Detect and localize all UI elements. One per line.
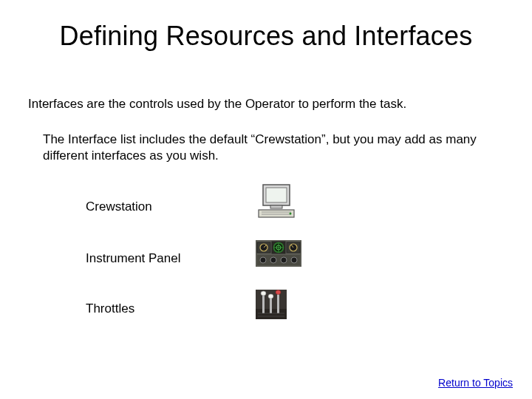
svg-point-29 <box>268 294 273 299</box>
interface-label-instrument-panel: Instrument Panel <box>86 251 181 266</box>
svg-rect-2 <box>270 205 282 208</box>
svg-rect-28 <box>270 297 272 313</box>
svg-rect-30 <box>277 293 279 313</box>
svg-rect-26 <box>262 294 265 313</box>
svg-rect-1 <box>266 188 287 202</box>
page-title: Defining Resources and Interfaces <box>0 21 532 52</box>
throttles-icon <box>256 290 287 322</box>
svg-point-21 <box>270 257 276 263</box>
svg-point-22 <box>281 257 287 263</box>
intro-text: Interfaces are the controls used by the … <box>28 96 501 112</box>
svg-rect-3 <box>259 210 294 217</box>
instrument-panel-icon <box>256 240 301 270</box>
description-text: The Interface list includes the default … <box>43 132 486 164</box>
svg-point-23 <box>291 257 297 263</box>
svg-point-20 <box>260 257 266 263</box>
interface-label-crewstation: Crewstation <box>86 200 152 214</box>
computer-icon <box>256 183 300 223</box>
return-to-topics-link[interactable]: Return to Topics <box>438 377 513 389</box>
interface-label-throttles: Throttles <box>86 301 134 316</box>
svg-point-31 <box>276 290 281 295</box>
slide: Defining Resources and Interfaces Interf… <box>0 0 532 399</box>
svg-point-6 <box>290 213 292 215</box>
svg-point-27 <box>261 291 266 296</box>
